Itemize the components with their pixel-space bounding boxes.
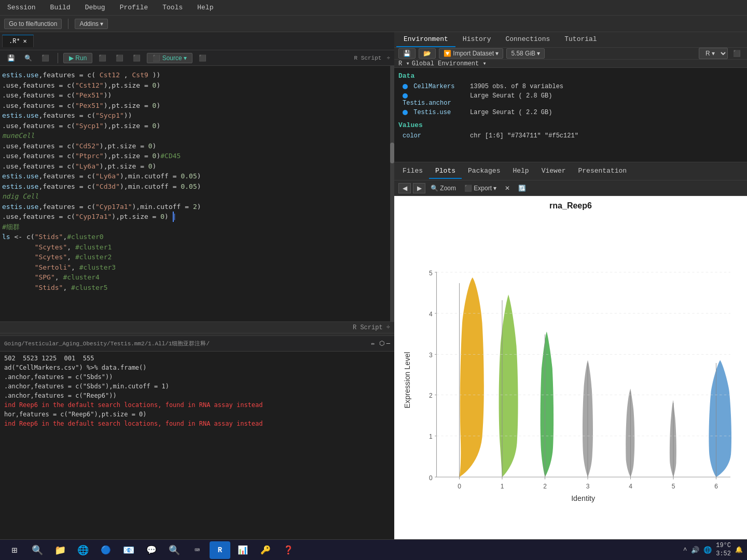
console-expand-icon[interactable]: ⬡: [379, 340, 384, 347]
tab-presentation[interactable]: Presentation: [572, 164, 633, 179]
taskbar-help[interactable]: ❓: [278, 541, 299, 559]
down-btn[interactable]: ⬛: [95, 53, 109, 63]
plot-next-btn[interactable]: ▶: [413, 183, 425, 193]
env-tabs: Environment History Connections Tutorial: [394, 32, 747, 48]
search-btn[interactable]: 🔍: [21, 53, 35, 63]
code-editor[interactable]: estis.use,features = c( Cst12 , Cst9 )) …: [0, 66, 394, 321]
tab-environment[interactable]: Environment: [396, 32, 455, 47]
tab-packages[interactable]: Packages: [462, 164, 506, 179]
taskbar-fileexplorer[interactable]: 📁: [50, 541, 71, 559]
env-dot-cellmarkers: [403, 84, 408, 89]
console-line-7: ind Reep6 in the default search location…: [4, 400, 390, 410]
tab-connections[interactable]: Connections: [498, 32, 557, 47]
code-line-24: "Stids", #cluster5: [0, 283, 394, 293]
tab-history[interactable]: History: [455, 32, 499, 47]
taskbar-right: ^ 🔊 🌐 19°C 3:52 🔔: [683, 542, 743, 558]
tab-plots[interactable]: Plots: [429, 164, 462, 179]
menu-session[interactable]: Session: [4, 3, 39, 12]
delete-plot-btn[interactable]: ✕: [502, 184, 513, 193]
env-desc-testis-use: Large Seurat ( 2.2 GB): [466, 108, 743, 117]
plot-area: rna_Reep6 Expression Level 0 1 2: [394, 196, 747, 539]
up-btn[interactable]: ⬛: [113, 53, 127, 63]
r-version-select[interactable]: R ▾: [699, 48, 728, 59]
clock-ampm: 19°C: [716, 542, 731, 550]
source-button[interactable]: ⬛ Source ▾: [147, 53, 192, 63]
broom-icon: ⬛: [733, 50, 741, 58]
svg-text:5: 5: [429, 270, 433, 277]
clock-time: 3:52: [716, 550, 731, 558]
values-section-title: Values: [398, 121, 743, 129]
editor-tab-close[interactable]: ✕: [23, 37, 27, 45]
menu-build[interactable]: Build: [47, 3, 74, 12]
clear-plots-btn[interactable]: 🔃: [515, 184, 529, 193]
editor-scrollbar[interactable]: [390, 66, 394, 321]
run-button[interactable]: ▶ Run: [63, 53, 92, 63]
code-line-6: estis.use,features = c("Sycp1")): [0, 110, 394, 121]
more-btn[interactable]: ⬛: [196, 53, 210, 63]
code-line-10: .use,features = c("Ptprc"),pt.size = 0)#…: [0, 151, 394, 161]
code-line-20: "Scytes", #cluster1: [0, 242, 394, 253]
console-content[interactable]: 502 5523 1225 001 555 ad("CellMarkers.cs…: [0, 352, 394, 539]
code-line-21: "Scytes", #cluster2: [0, 252, 394, 262]
taskbar-r[interactable]: R: [210, 541, 230, 559]
save-btn[interactable]: 💾: [4, 53, 18, 63]
code-line-9: .use,features = c("Cd52"),pt.size = 0): [0, 141, 394, 151]
env-desc-color: chr [1:6] "#734711" "#f5c121": [466, 131, 743, 141]
env-row-color[interactable]: color chr [1:6] "#734711" "#f5c121": [398, 131, 743, 141]
env-name-testis-anchor: Testis.anchor: [398, 91, 466, 108]
zoom-btn[interactable]: 🔍 Zoom: [427, 184, 459, 193]
console-line-6: .anchor,features = c("Reep6")): [4, 391, 390, 400]
global-env-select[interactable]: Global Environment ▾: [412, 60, 487, 67]
taskbar-search2[interactable]: 🔍: [164, 541, 185, 559]
tab-files[interactable]: Files: [396, 164, 429, 179]
console-line-2: ad("CellMarkers.csv") %>% data.frame(): [4, 363, 390, 372]
memory-btn[interactable]: 5.58 GiB ▾: [506, 48, 545, 59]
taskbar-search[interactable]: 🔍: [27, 541, 48, 559]
editor-tab-r[interactable]: .R* ✕: [2, 35, 34, 47]
svg-text:4: 4: [429, 311, 433, 318]
menu-debug[interactable]: Debug: [82, 3, 108, 12]
export-btn[interactable]: ⬛ Export ▾: [461, 184, 500, 193]
console-line-1: 502 5523 1225 001 555: [4, 354, 390, 363]
tab-viewer[interactable]: Viewer: [535, 164, 572, 179]
tab-tutorial[interactable]: Tutorial: [557, 32, 604, 47]
console-minimize-icon[interactable]: —: [386, 340, 390, 347]
env-desc-testis-anchor: Large Seurat ( 2.8 GB): [466, 91, 743, 108]
main-container: .R* ✕ 💾 🔍 ⬛ ▶ Run ⬛ ⬛ ⬛ ⬛ Source ▾ ⬛ R S…: [0, 32, 747, 539]
env-row-testis-anchor[interactable]: Testis.anchor Large Seurat ( 2.8 GB): [398, 91, 743, 108]
taskbar-mail[interactable]: 📧: [118, 541, 139, 559]
editor-scroll-thumb[interactable]: [390, 143, 394, 163]
addins-button[interactable]: Addins ▾: [75, 19, 108, 29]
console-path: Going/Testicular_Aging_Obesity/Testis.mm…: [4, 340, 371, 347]
svg-text:6: 6: [714, 483, 718, 490]
down2-btn[interactable]: ⬛: [130, 53, 144, 63]
taskbar-edge[interactable]: 🔵: [95, 541, 116, 559]
load-env-btn[interactable]: 📂: [419, 48, 436, 59]
taskbar-start[interactable]: ⊞: [4, 541, 25, 559]
taskbar-key[interactable]: 🔑: [255, 541, 276, 559]
console-edit-icon[interactable]: ✏: [371, 340, 375, 347]
env-row-cellmarkers[interactable]: CellMarkers 13905 obs. of 8 variables: [398, 82, 743, 91]
env-row-testis-use[interactable]: Testis.use Large Seurat ( 2.2 GB): [398, 108, 743, 117]
env-dot-testis-use: [403, 110, 408, 115]
taskbar-terminal[interactable]: ⌨: [187, 541, 208, 559]
data-section-title: Data: [398, 72, 743, 80]
code-line-5: .use,features = c("Pex51"),pt.size = 0): [0, 101, 394, 111]
menu-tools[interactable]: Tools: [159, 3, 186, 12]
menu-help[interactable]: Help: [194, 3, 216, 12]
plot-prev-btn[interactable]: ◀: [398, 183, 411, 193]
taskbar-browser[interactable]: 🌐: [73, 541, 93, 559]
code-line-18: #细群: [0, 222, 394, 232]
import-dataset-btn[interactable]: 🔽 Import Dataset ▾: [439, 48, 503, 59]
save-env-btn[interactable]: 💾: [398, 48, 416, 59]
menu-profile[interactable]: Profile: [117, 3, 151, 12]
indent-btn[interactable]: ⬛: [38, 53, 52, 63]
taskbar-powerpoint[interactable]: 📊: [232, 541, 253, 559]
taskbar-notification[interactable]: 🔔: [735, 546, 743, 554]
plot-svg: Expression Level 0 1 2 3 4: [399, 215, 742, 534]
editor-tab-label: .R*: [9, 38, 20, 45]
tab-help[interactable]: Help: [506, 164, 535, 179]
go-to-file-button[interactable]: Go to file/function: [4, 19, 62, 29]
taskbar-wechat[interactable]: 💬: [141, 541, 162, 559]
env-name-testis-use: Testis.use: [398, 108, 466, 117]
